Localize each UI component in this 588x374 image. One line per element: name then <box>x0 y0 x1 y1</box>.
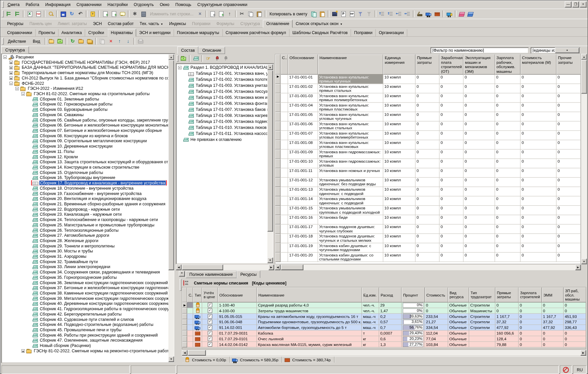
column-header[interactable]: Стоимость материалов (М) <box>520 54 557 75</box>
machines-icon[interactable] <box>130 10 139 18</box>
column-header[interactable]: С.. <box>280 54 288 75</box>
minimize-button[interactable]: — <box>565 1 571 7</box>
expand-box-icon[interactable]: + <box>9 76 13 79</box>
collapse-box-icon[interactable]: - <box>9 81 13 85</box>
scroll-thumb[interactable] <box>188 350 206 356</box>
menu-7[interactable]: Помощь <box>172 1 195 8</box>
add-section-icon[interactable] <box>110 10 118 18</box>
tab-resources-1[interactable]: Ресурсы <box>237 270 260 278</box>
folder-up-icon[interactable] <box>47 37 56 45</box>
tree-item[interactable]: +СН-2012 Выпуск № 1. База данных "Сборни… <box>2 75 168 81</box>
column-header[interactable]: Единица измерения <box>383 54 415 75</box>
clear-row-type-icon[interactable]: × <box>196 10 204 18</box>
tree-item[interactable]: Сборник 06. Бетонные и железобетонные ко… <box>2 123 168 128</box>
pdf-export-icon[interactable] <box>34 10 43 18</box>
tab-view-3[interactable]: ЭСН <box>90 20 105 27</box>
column-header[interactable]: ЗП раб, обсл. машины <box>564 288 586 303</box>
table-row[interactable]: 17-01-001-20Установка кабин душевых: со … <box>275 252 580 262</box>
column-header[interactable]: Наименование <box>257 288 362 303</box>
column-header[interactable]: Обоснование <box>218 288 257 303</box>
table-row[interactable]: 17-01-001-14Установка умывальников одино… <box>275 196 580 206</box>
copy-icon[interactable] <box>98 37 107 45</box>
tree-item[interactable]: Сборник 45. Промышленные печи и трубы <box>2 327 168 333</box>
refresh-icon[interactable]: ↻ <box>68 37 77 45</box>
copy-to-estimate-button[interactable]: Копировать в смету <box>267 12 310 16</box>
scroll-up-icon[interactable]: ▲ <box>267 64 273 70</box>
tree-item[interactable]: Таблица 17-01-003. Установка унитазов, ч… <box>177 82 267 88</box>
scroll-left-icon[interactable]: ◀ <box>176 264 182 270</box>
name-filter-input[interactable] <box>431 47 529 53</box>
tree-item[interactable]: Сборник 36. Земляные конструкции гидроте… <box>2 280 168 285</box>
checkbox-checked-icon[interactable]: ✓ <box>208 303 212 307</box>
paste-fragment-icon[interactable] <box>318 10 327 18</box>
copy-icon[interactable] <box>246 10 255 18</box>
toolbar-grip[interactable] <box>2 1 4 8</box>
tree-item[interactable]: Сборник 03. Буровзрывные работы <box>2 107 168 112</box>
collapse-box-icon[interactable]: - <box>21 92 25 96</box>
tree-item[interactable]: -ГЭСН 81-02-2022. Сметные нормы на строи… <box>2 91 168 97</box>
resource-row[interactable]: ✓14.4.02.04-0142Краска масляная МА-0115,… <box>182 342 586 347</box>
checkbox-checked-icon[interactable]: ✓ <box>208 337 212 341</box>
checkbox-checked-icon[interactable]: ✓ <box>208 342 212 347</box>
tree-item[interactable]: +БАЗА ДАННЫХ "ТЕРРИТОРИАЛЬНЫЕ СМЕТНЫЕ НО… <box>2 65 168 70</box>
tree-item[interactable]: Сборник 31. Аэродромы <box>2 254 168 259</box>
tab-structure[interactable]: Структура <box>1 46 29 53</box>
menu-1[interactable]: Работа <box>23 1 42 8</box>
scroll-left-icon[interactable]: ◀ <box>182 350 188 356</box>
resource-row[interactable]: ✓4-100-00Затраты труда машинистовчел.-ч.… <box>182 308 586 314</box>
table-row[interactable]: 17-01-001-18Установка поддонов душевых: … <box>275 234 580 243</box>
tab-catalog-3[interactable]: Стройки <box>85 29 108 36</box>
tree-item[interactable]: Сборник 46. Работы при реконструкции зда… <box>2 332 168 338</box>
list-add-icon[interactable] <box>4 10 13 18</box>
expand-box-icon[interactable]: + <box>9 66 13 69</box>
tree-item[interactable]: -Раздел 1. ВОДОПРОВОД И КАНАЛИЗАЦИЯ - В <box>177 64 267 70</box>
table-row[interactable]: ▶17-01-001-01Установка ванн купальных: п… <box>275 74 580 84</box>
table-row[interactable]: 17-01-001-16Установка биде10 компл000000 <box>275 215 580 224</box>
column-header[interactable]: Процент <box>401 288 425 303</box>
cell-included[interactable]: ✓ <box>202 303 218 308</box>
cell-included[interactable]: ✓ <box>202 342 218 347</box>
tree-item[interactable]: Новый сборник (Расценки) <box>2 343 168 348</box>
scroll-down-icon[interactable]: ▼ <box>267 257 273 263</box>
tab-catalog-1[interactable]: Проекты <box>35 29 58 36</box>
tree-item[interactable]: Сборник 15. Отделочные работы <box>2 170 168 175</box>
column-header[interactable]: Наименование <box>318 54 383 75</box>
refresh-icon[interactable]: ↻ <box>68 10 76 18</box>
tree-item[interactable]: Сборник 13. Защита строительных конструк… <box>2 159 168 165</box>
table-row[interactable]: 17-01-001-15Установка умывальников групп… <box>275 206 580 215</box>
menu-2[interactable]: Информация <box>42 1 74 8</box>
expand-box-icon[interactable]: + <box>9 71 13 74</box>
column-header[interactable]: Эксплуатация машин и механизмов (ЭМ) <box>464 54 495 75</box>
tree-item[interactable]: Сборник 20. Вентиляция и кондиционирован… <box>2 196 168 201</box>
table-row[interactable]: 17-01-001-06Установка ванн купальных: уг… <box>275 122 580 131</box>
excel-export-icon[interactable] <box>25 10 34 18</box>
tree-item[interactable]: Сборник 28. Железные дороги <box>2 238 168 243</box>
column-header[interactable]: Тип <box>193 288 202 303</box>
tree-item[interactable]: Таблица 17-01-002. Установка полотенцесу <box>177 76 267 82</box>
collapse-box-icon[interactable]: - <box>178 66 182 69</box>
base-new-icon[interactable] <box>86 37 94 45</box>
maximize-button[interactable]: ❐ <box>572 1 579 7</box>
tree-item[interactable]: Таблица 17-01-005. Установка моек и рако <box>177 95 267 101</box>
tree-item[interactable]: Сборник 37. Бетонные и железобетонные ко… <box>2 285 168 291</box>
tree-item[interactable]: Таблица 17-01-006. Установка фонтанчиков <box>177 101 267 107</box>
resource-row[interactable]: ✓01.7.07.29-0101Очес льнянойкг0,620,23%7… <box>182 336 586 342</box>
car-icon[interactable] <box>445 10 454 18</box>
tree-item[interactable]: Таблица 17-01-009. Установка подвесных у <box>177 119 267 125</box>
row-insert-icon[interactable] <box>217 10 225 18</box>
delete-icon[interactable]: × <box>107 37 115 45</box>
column-header[interactable]: С.. <box>187 288 193 303</box>
list-insert-icon[interactable] <box>13 10 22 18</box>
goto-icon[interactable]: ☞ <box>204 54 213 63</box>
cell-included[interactable]: ✓ <box>202 325 218 331</box>
tree-item-selected[interactable]: Сборник 17. Водопровод и канализация - в… <box>2 180 168 186</box>
tab-view-5[interactable]: Тех. часть▼ <box>137 20 166 27</box>
column-header[interactable]: Прямые затраты <box>416 54 440 75</box>
table-row[interactable]: 17-01-001-13Установка умывальников одино… <box>275 187 580 196</box>
open-table-icon[interactable] <box>192 54 200 63</box>
column-header[interactable]: Заработная плата строителей (ОТ) <box>440 54 464 75</box>
tree-item[interactable]: Сборник 07. Бетонные и железобетонные ко… <box>2 128 168 133</box>
scroll-thumb[interactable] <box>281 264 303 270</box>
tree-item[interactable]: +ГОСУДАРСТВЕННЫЕ СМЕТНЫЕ НОРМАТИВЫ (ГЭСН… <box>2 59 168 65</box>
cell-included[interactable]: ✓ <box>202 336 218 342</box>
